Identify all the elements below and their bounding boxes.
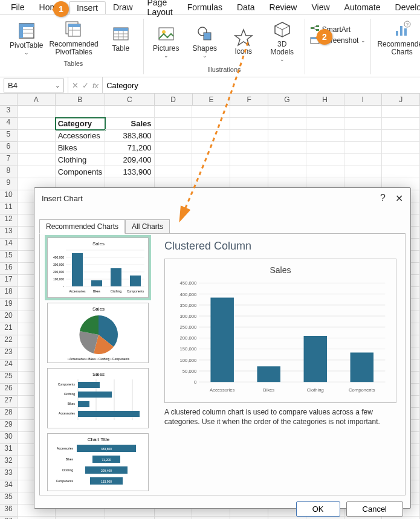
cell-E6[interactable] [192,142,230,154]
cell-I8[interactable] [344,166,383,178]
cell-F3[interactable] [230,106,268,118]
row-header-30[interactable]: 30 [0,432,18,444]
cell-B7[interactable]: Clothing [56,154,105,166]
column-header-A[interactable]: A [18,94,56,106]
row-header-9[interactable]: 9 [0,178,18,190]
row-header-11[interactable]: 11 [0,202,18,214]
cell-A3[interactable] [18,106,56,118]
cell-F4[interactable] [230,118,268,130]
column-header-B[interactable]: B [56,94,105,106]
menu-formulas[interactable]: Formulas [180,1,230,13]
tab-recommended-charts[interactable]: Recommended Charts [39,219,125,234]
help-icon[interactable]: ? [380,193,386,204]
cell-G6[interactable] [268,142,306,154]
cell-F5[interactable] [230,130,268,142]
chevron-down-icon[interactable]: ⌄ [55,82,60,89]
cancel-formula-icon[interactable]: ✕ [72,81,79,90]
row-header-34[interactable]: 34 [0,480,18,492]
column-header-C[interactable]: C [105,94,155,106]
row-header-19[interactable]: 19 [0,299,18,311]
row-header-33[interactable]: 33 [0,468,18,480]
row-header-5[interactable]: 5 [0,130,18,142]
recommended-charts-button[interactable]: ? Recommended Charts [376,19,420,57]
row-header-36[interactable]: 36 [0,504,18,517]
cell-I5[interactable] [344,130,383,142]
cell-A4[interactable] [18,118,56,130]
thumb-pie[interactable]: Sales • Accessories • Bikes • Clothing •… [47,303,149,363]
cell-H5[interactable] [306,130,344,142]
pivottable-button[interactable]: PivotTable ⌄ [8,19,44,57]
cell-C7[interactable]: 209,400 [105,154,155,166]
row-header-35[interactable]: 35 [0,492,18,504]
cell-J4[interactable] [382,118,420,130]
icons-button[interactable]: Icons [226,19,261,63]
cell-D3[interactable] [155,106,193,118]
menu-view[interactable]: View [304,1,337,13]
cell-C5[interactable]: 383,800 [105,130,155,142]
enter-formula-icon[interactable]: ✓ [82,81,89,90]
row-header-23[interactable]: 23 [0,347,18,359]
column-header-H[interactable]: H [306,94,344,106]
cell-E3[interactable] [192,106,230,118]
3d-models-button[interactable]: 3D Models⌄ [265,19,300,63]
row-header-12[interactable]: 12 [0,214,18,227]
table-button[interactable]: Table [103,19,138,57]
row-header-16[interactable]: 16 [0,263,18,275]
cell-H4[interactable] [306,118,344,130]
cell-E4[interactable] [192,118,230,130]
thumb-bar[interactable]: Sales Components Clothing Bikes Accessor… [47,368,149,428]
menu-automate[interactable]: Automate [337,1,388,13]
cell-C6[interactable]: 71,200 [105,142,155,154]
cell-D7[interactable] [155,154,193,166]
row-header-37[interactable]: 37 [0,517,18,519]
close-icon[interactable]: ✕ [395,193,403,204]
cell-G8[interactable] [268,166,306,178]
row-header-18[interactable]: 18 [0,287,18,299]
menu-review[interactable]: Review [262,1,305,13]
cell-I6[interactable] [344,142,383,154]
cell-H8[interactable] [306,166,344,178]
pictures-button[interactable]: Pictures⌄ [149,19,184,63]
cell-G3[interactable] [268,106,306,118]
cell-J5[interactable] [382,130,420,142]
cell-E7[interactable] [192,154,230,166]
cell-H7[interactable] [306,154,344,166]
cell-D6[interactable] [155,142,193,154]
row-header-3[interactable]: 3 [0,106,18,118]
column-header-J[interactable]: J [382,94,420,106]
recommended-pivottables-button[interactable]: Recommended PivotTables [48,19,99,57]
cell-F8[interactable] [230,166,268,178]
row-header-31[interactable]: 31 [0,444,18,456]
cell-D4[interactable] [155,118,193,130]
row-header-14[interactable]: 14 [0,239,18,251]
cell-J7[interactable] [382,154,420,166]
row-header-29[interactable]: 29 [0,420,18,432]
cell-I3[interactable] [344,106,383,118]
menu-page-layout[interactable]: Page Layout [140,0,180,18]
thumb-funnel[interactable]: Chart Title Accessories383,800 Bikes71,2… [47,433,149,491]
column-header-E[interactable]: E [193,94,231,106]
menu-developer[interactable]: Developer [388,1,420,13]
row-header-20[interactable]: 20 [0,311,18,323]
cell-E5[interactable] [192,130,230,142]
row-header-13[interactable]: 13 [0,227,18,239]
tab-all-charts[interactable]: All Charts [125,219,170,234]
preview-chart[interactable]: Sales 50,000100,000150,000200,000250,000… [164,259,396,403]
cell-A8[interactable] [18,166,56,178]
cell-G5[interactable] [268,130,306,142]
cell-G7[interactable] [268,154,306,166]
row-header-24[interactable]: 24 [0,359,18,372]
row-header-25[interactable]: 25 [0,372,18,384]
cell-B5[interactable]: Accessories [56,130,105,142]
cell-C3[interactable] [105,106,155,118]
row-header-32[interactable]: 32 [0,456,18,468]
cell-C8[interactable]: 133,900 [105,166,155,178]
column-header-F[interactable]: F [230,94,268,106]
thumb-clustered-column[interactable]: Sales -100,000200,000300,000400,000 Acce… [47,237,149,298]
cell-J8[interactable] [382,166,420,178]
cell-G4[interactable] [268,118,306,130]
row-header-22[interactable]: 22 [0,335,18,347]
column-header-I[interactable]: I [344,94,383,106]
menu-insert[interactable]: Insert [69,1,106,14]
row-header-28[interactable]: 28 [0,408,18,420]
